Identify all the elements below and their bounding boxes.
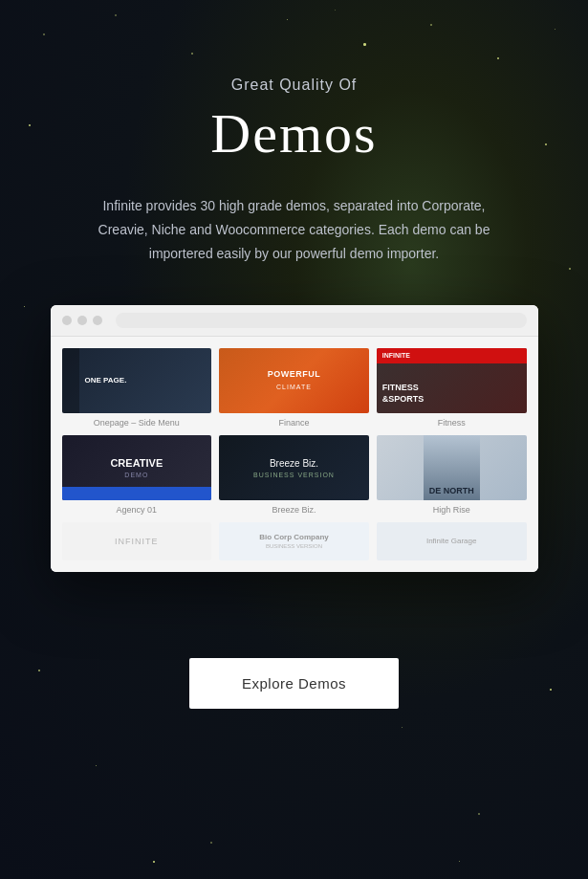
demo-item-agency[interactable]: CREATIVE DEMO Agency 01 [62,435,212,515]
browser-dot-red [62,316,72,325]
star [96,765,97,766]
garage-title: Infinite Garage [426,537,476,545]
demo-item-highrise[interactable]: DE NORTH High Rise [377,435,527,515]
star [555,29,555,30]
demo-thumb-garage: Infinite Garage [377,522,527,560]
star [210,842,212,844]
demo-thumb-infinite: INFINITE [62,522,212,560]
demo-item-garage[interactable]: Infinite Garage [377,522,527,560]
hero-title: Demos [94,101,495,165]
star [497,57,499,59]
demo-thumb-highrise: DE NORTH [377,435,527,500]
demo-thumb-fitness: INFINITE FITNESS&SPORTS [377,348,527,413]
demo-grid-row3: INFINITE Bio Corp Company BUSINESS VERSI… [62,522,527,560]
hero-description: Infinite provides 30 high grade demos, s… [94,194,495,267]
demo-thumb-biocorp: Bio Corp Company BUSINESS VERSION [219,522,369,560]
fitness-overlay: INFINITE [377,348,527,363]
demo-label-finance: Finance [278,418,309,428]
demo-thumb-breeze: Breeze Biz. BUSINESS VERSION [219,435,369,500]
demo-grid-row2: CREATIVE DEMO Agency 01 Breeze Biz. BUSI… [62,435,527,515]
demo-item-biocorp[interactable]: Bio Corp Company BUSINESS VERSION [219,522,369,560]
finance-text: POWERFULCLIMATE [264,364,325,396]
demo-item-onepage[interactable]: ONE PAGE. Onepage – Side Menu [62,348,212,428]
thumb-sidebar [62,348,79,413]
biocorp-sub: BUSINESS VERSION [266,543,322,549]
breeze-sub: BUSINESS VERSION [253,472,335,478]
agency-title: CREATIVE [110,456,163,470]
onepage-text: ONE PAGE. [85,375,207,385]
star [550,689,552,691]
fitness-brand: INFINITE [382,352,410,359]
hero-section: Great Quality Of Demos Infinite provides… [0,0,588,879]
star [29,124,31,126]
star [43,33,45,35]
breeze-title: Breeze Biz. [270,457,318,470]
agency-sub: DEMO [124,472,148,478]
hero-subtitle: Great Quality Of [94,77,495,94]
star [38,670,40,671]
demo-item-breeze[interactable]: Breeze Biz. BUSINESS VERSION Breeze Biz. [219,435,369,515]
hero-text-block: Great Quality Of Demos Infinite provides… [94,0,495,286]
demo-label-onepage: Onepage – Side Menu [94,418,180,428]
browser-dot-green [93,316,102,325]
star [545,143,547,145]
demo-thumb-onepage: ONE PAGE. [62,348,212,413]
star [24,306,25,307]
demo-label-highrise: High Rise [433,505,470,515]
demo-thumb-agency: CREATIVE DEMO [62,435,212,500]
browser-content: ONE PAGE. Onepage – Side Menu POWERFULCL… [51,337,538,572]
demo-grid-row1: ONE PAGE. Onepage – Side Menu POWERFULCL… [62,348,527,428]
star [402,727,403,728]
demo-label-fitness: Fitness [438,418,466,428]
biocorp-title: Bio Corp Company [259,533,328,541]
browser-dot-yellow [77,316,87,325]
agency-strip [62,487,212,500]
browser-window: ONE PAGE. Onepage – Side Menu POWERFULCL… [51,305,538,572]
browser-bar [51,305,538,337]
thumb-main: ONE PAGE. [79,348,212,413]
browser-url-bar [116,313,527,328]
demo-thumb-finance: POWERFULCLIMATE [219,348,369,413]
demo-item-fitness[interactable]: INFINITE FITNESS&SPORTS Fitness [377,348,527,428]
star [153,861,155,863]
infinite-text: INFINITE [115,537,159,546]
demo-item-infinite[interactable]: INFINITE [62,522,212,560]
fitness-body-text: FITNESS&SPORTS [382,383,425,405]
explore-section: Explore Demos [189,658,399,709]
demo-label-agency: Agency 01 [117,505,158,515]
star [478,813,480,815]
highrise-title: DE NORTH [429,486,474,496]
demo-item-finance[interactable]: POWERFULCLIMATE Finance [219,348,369,428]
explore-demos-button[interactable]: Explore Demos [189,658,399,709]
demo-label-breeze: Breeze Biz. [272,505,316,515]
star [569,268,571,270]
star [459,861,460,862]
